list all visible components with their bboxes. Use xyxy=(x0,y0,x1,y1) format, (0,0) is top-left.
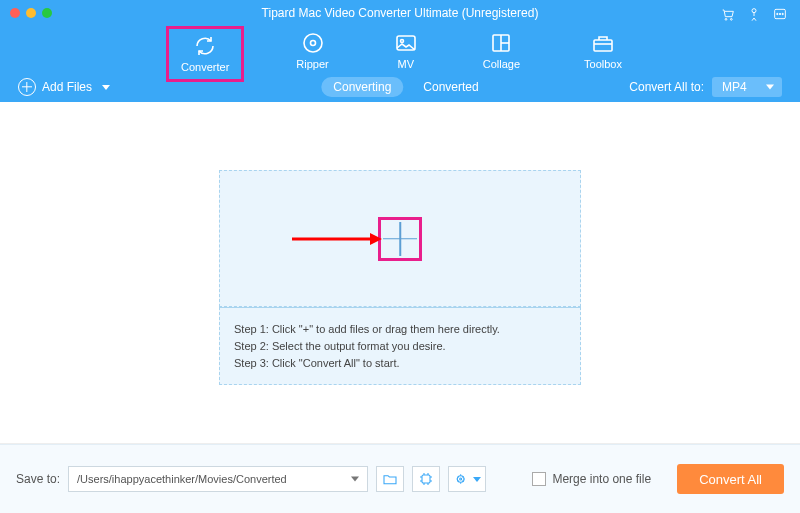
svg-rect-12 xyxy=(594,40,612,51)
plus-icon xyxy=(383,222,417,256)
svg-point-4 xyxy=(777,13,778,14)
window-controls xyxy=(10,8,52,18)
register-icon[interactable] xyxy=(746,6,762,25)
tab-collage-label: Collage xyxy=(483,58,520,70)
settings-button[interactable] xyxy=(448,466,486,492)
main-tabs: Converter Ripper MV Collage Toolbox xyxy=(0,26,800,82)
chevron-down-icon xyxy=(766,85,774,90)
add-files-label: Add Files xyxy=(42,80,92,94)
tab-converter[interactable]: Converter xyxy=(166,26,244,82)
svg-point-17 xyxy=(459,478,461,480)
svg-point-8 xyxy=(310,41,315,46)
step-3-text: Step 3: Click "Convert All" to start. xyxy=(234,357,566,369)
svg-point-2 xyxy=(752,9,756,13)
save-path-value: /Users/ihappyacethinker/Movies/Converted xyxy=(77,473,287,485)
converter-icon xyxy=(192,33,218,59)
subtab-converted[interactable]: Converted xyxy=(423,80,478,94)
gpu-accel-button[interactable] xyxy=(412,466,440,492)
instructions-panel: Step 1: Click "+" to add files or drag t… xyxy=(219,307,581,385)
maximize-icon[interactable] xyxy=(42,8,52,18)
annotation-arrow xyxy=(292,229,382,249)
svg-point-10 xyxy=(400,40,403,43)
chip-icon xyxy=(418,471,434,487)
save-path-field[interactable]: /Users/ihappyacethinker/Movies/Converted xyxy=(68,466,368,492)
svg-point-6 xyxy=(782,13,783,14)
ripper-icon xyxy=(300,30,326,56)
app-header: Tipard Mac Video Converter Ultimate (Unr… xyxy=(0,0,800,72)
chevron-down-icon xyxy=(473,477,481,482)
cart-icon[interactable] xyxy=(720,6,736,25)
convert-all-to-label: Convert All to: xyxy=(629,80,704,94)
tab-ripper-label: Ripper xyxy=(296,58,328,70)
step-1-text: Step 1: Click "+" to add files or drag t… xyxy=(234,323,566,335)
chevron-down-icon xyxy=(351,477,359,482)
save-to-label: Save to: xyxy=(16,472,60,486)
svg-rect-15 xyxy=(422,475,430,483)
output-format-select[interactable]: MP4 xyxy=(712,77,782,97)
tab-mv-label: MV xyxy=(397,58,414,70)
svg-point-7 xyxy=(304,34,322,52)
merge-checkbox[interactable] xyxy=(532,472,546,486)
footer: Save to: /Users/ihappyacethinker/Movies/… xyxy=(0,444,800,513)
chevron-down-icon[interactable] xyxy=(102,85,110,90)
subtab-converting[interactable]: Converting xyxy=(321,77,403,97)
step-2-text: Step 2: Select the output format you des… xyxy=(234,340,566,352)
merge-label: Merge into one file xyxy=(552,472,651,486)
drop-zone[interactable] xyxy=(219,170,581,307)
svg-point-1 xyxy=(730,18,732,20)
app-title: Tipard Mac Video Converter Ultimate (Unr… xyxy=(0,0,800,20)
tab-ripper[interactable]: Ripper xyxy=(284,26,340,82)
close-icon[interactable] xyxy=(10,8,20,18)
tab-mv[interactable]: MV xyxy=(381,26,431,82)
workarea: Step 1: Click "+" to add files or drag t… xyxy=(0,102,800,444)
tab-converter-label: Converter xyxy=(181,61,229,73)
add-file-plus-button[interactable] xyxy=(378,217,422,261)
menu-icon[interactable] xyxy=(772,6,788,25)
svg-point-0 xyxy=(725,18,727,20)
output-format-value: MP4 xyxy=(722,80,747,94)
tab-collage[interactable]: Collage xyxy=(471,26,532,82)
toolbox-icon xyxy=(590,30,616,56)
plus-circle-icon xyxy=(18,78,36,96)
svg-point-5 xyxy=(779,13,780,14)
convert-all-button[interactable]: Convert All xyxy=(677,464,784,494)
collage-icon xyxy=(488,30,514,56)
tab-toolbox-label: Toolbox xyxy=(584,58,622,70)
minimize-icon[interactable] xyxy=(26,8,36,18)
open-folder-button[interactable] xyxy=(376,466,404,492)
gear-icon xyxy=(454,471,470,487)
folder-icon xyxy=(382,471,398,487)
tab-toolbox[interactable]: Toolbox xyxy=(572,26,634,82)
mv-icon xyxy=(393,30,419,56)
